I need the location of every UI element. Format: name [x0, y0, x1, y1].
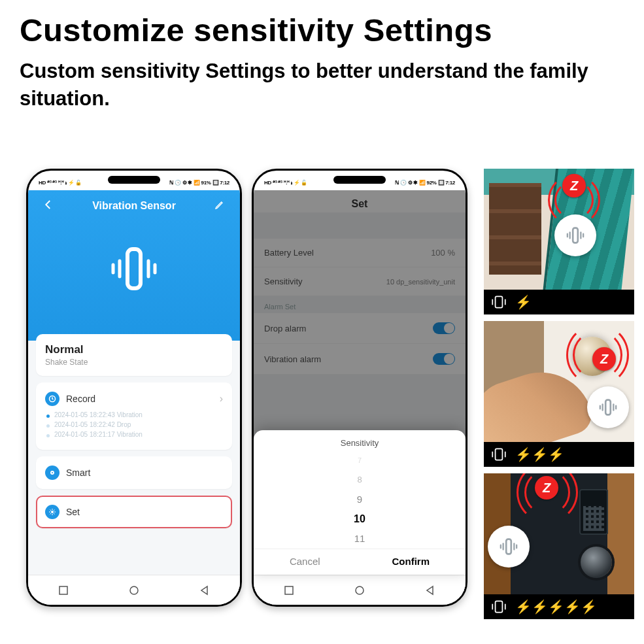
- state-value: Normal: [45, 343, 223, 356]
- svg-rect-20: [285, 586, 293, 594]
- zigbee-icon: Z: [562, 174, 586, 197]
- status-left: HD ⁴ᴳ ⁴ᴳ ᴴ.ᴴ ᵢₗₗ ⚡ 🔓: [264, 180, 307, 186]
- svg-rect-31: [605, 400, 611, 415]
- tile-curtain: Z ⚡: [484, 169, 634, 314]
- svg-marker-22: [427, 586, 433, 594]
- vibration-icon: [490, 598, 507, 615]
- picker-title: Sensitivity: [254, 430, 466, 450]
- svg-rect-17: [59, 586, 67, 594]
- sensitivity-level-icon: ⚡⚡⚡⚡⚡: [515, 599, 597, 615]
- back-button[interactable]: [37, 199, 59, 213]
- chevron-right-icon: ›: [220, 393, 223, 405]
- nav-home-icon[interactable]: [129, 585, 139, 596]
- svg-rect-44: [496, 601, 503, 612]
- edit-button[interactable]: [209, 199, 231, 212]
- tile-door-knob: Z ⚡⚡⚡: [484, 321, 634, 467]
- record-card[interactable]: Record › 2024-01-05 18:22:43 Vibration20…: [36, 382, 232, 450]
- chevron-left-icon: [42, 199, 54, 211]
- sensitivity-level-icon: ⚡: [515, 294, 532, 310]
- state-label: Shake State: [45, 358, 223, 367]
- record-entry: 2024-01-05 18:22:42 Drop: [54, 421, 223, 428]
- gear-icon: [45, 505, 59, 519]
- svg-rect-0: [127, 249, 141, 288]
- phone-main-view: HD ⁴ᴳ ⁴ᴳ ᴴ.ᴴ ᵢₗₗ ⚡ 🔓 ℕ 🕓 ⚙ ✱ 📶 91% 🔲 7:1…: [26, 169, 242, 607]
- smart-icon: [45, 466, 59, 480]
- zigbee-icon: Z: [535, 476, 558, 500]
- svg-rect-23: [573, 228, 578, 243]
- picker-option[interactable]: 8: [357, 470, 362, 490]
- scenario-tiles: Z ⚡ Z ⚡⚡⚡: [484, 169, 634, 619]
- svg-marker-19: [201, 586, 207, 594]
- page-title: Vibration Sensor: [59, 200, 209, 212]
- record-entry: 2024-01-05 18:21:17 Vibration: [54, 431, 223, 438]
- confirm-button[interactable]: Confirm: [392, 556, 430, 567]
- sensor-device-icon: [587, 386, 629, 428]
- svg-line-13: [50, 510, 52, 511]
- nav-recent-icon[interactable]: [284, 585, 294, 596]
- record-entry: 2024-01-05 18:22:43 Vibration: [54, 411, 223, 418]
- status-bar: HD ⁴ᴳ ⁴ᴳ ᴴ.ᴴ ᵢₗₗ ⚡ 🔓 ℕ 🕓 ⚙ ✱ 📶 92% 🔲 7:1…: [254, 175, 466, 190]
- hero-subtitle: Custom sensitivity Settings to better un…: [0, 54, 644, 112]
- smart-label: Smart: [66, 467, 90, 478]
- svg-line-15: [50, 513, 52, 515]
- tile-safe: Z ⚡⚡⚡⚡⚡: [484, 473, 634, 619]
- vibration-icon: [490, 294, 507, 311]
- hero-title: Customize sensitivity Settings: [0, 0, 644, 54]
- sensor-device-icon: [488, 526, 530, 568]
- picker-option[interactable]: 7: [358, 450, 362, 470]
- device-glyph: [28, 216, 240, 301]
- status-right: ℕ 🕓 ⚙ ✱ 📶 92% 🔲 7:12: [395, 180, 455, 186]
- sensitivity-level-icon: ⚡⚡⚡: [515, 447, 564, 462]
- nav-home-icon[interactable]: [354, 585, 365, 596]
- android-navbar: [28, 575, 240, 605]
- status-right: ℕ 🕓 ⚙ ✱ 📶 91% 🔲 7:12: [169, 180, 229, 186]
- picker-option[interactable]: 9: [357, 490, 362, 509]
- status-bar: HD ⁴ᴳ ⁴ᴳ ᴴ.ᴴ ᵢₗₗ ⚡ 🔓 ℕ 🕓 ⚙ ✱ 📶 91% 🔲 7:1…: [28, 175, 240, 190]
- set-card[interactable]: Set: [36, 496, 232, 528]
- vibration-icon: [490, 446, 507, 463]
- status-left: HD ⁴ᴳ ⁴ᴳ ᴴ.ᴴ ᵢₗₗ ⚡ 🔓: [39, 180, 82, 186]
- zigbee-icon: Z: [592, 347, 616, 371]
- nav-back-icon[interactable]: [199, 585, 210, 596]
- picker-option[interactable]: 11: [354, 529, 365, 549]
- svg-point-18: [130, 586, 138, 594]
- record-label: Record: [66, 394, 95, 404]
- sensor-device-icon: [554, 214, 596, 256]
- picker-option[interactable]: 10: [354, 509, 365, 529]
- svg-point-8: [51, 511, 54, 513]
- sensitivity-picker[interactable]: 78910111213: [254, 450, 466, 549]
- svg-rect-39: [506, 539, 511, 554]
- nav-recent-icon[interactable]: [58, 585, 69, 596]
- svg-point-7: [52, 472, 53, 473]
- svg-point-21: [356, 586, 364, 594]
- phone-settings-view: HD ⁴ᴳ ⁴ᴳ ᴴ.ᴴ ᵢₗₗ ⚡ 🔓 ℕ 🕓 ⚙ ✱ 📶 92% 🔲 7:1…: [252, 169, 467, 607]
- smart-card[interactable]: Smart: [36, 456, 232, 489]
- sensitivity-picker-sheet: Sensitivity 78910111213 Cancel Confirm: [254, 430, 466, 575]
- pencil-icon: [214, 199, 225, 210]
- svg-line-14: [54, 513, 55, 515]
- clock-icon: [45, 392, 59, 406]
- state-card: Normal Shake State: [36, 334, 232, 376]
- set-label: Set: [66, 507, 80, 517]
- svg-rect-28: [496, 296, 503, 307]
- svg-rect-36: [496, 449, 503, 460]
- nav-back-icon[interactable]: [425, 585, 435, 596]
- svg-line-16: [54, 510, 55, 511]
- android-navbar: [254, 575, 466, 605]
- cancel-button[interactable]: Cancel: [290, 556, 320, 567]
